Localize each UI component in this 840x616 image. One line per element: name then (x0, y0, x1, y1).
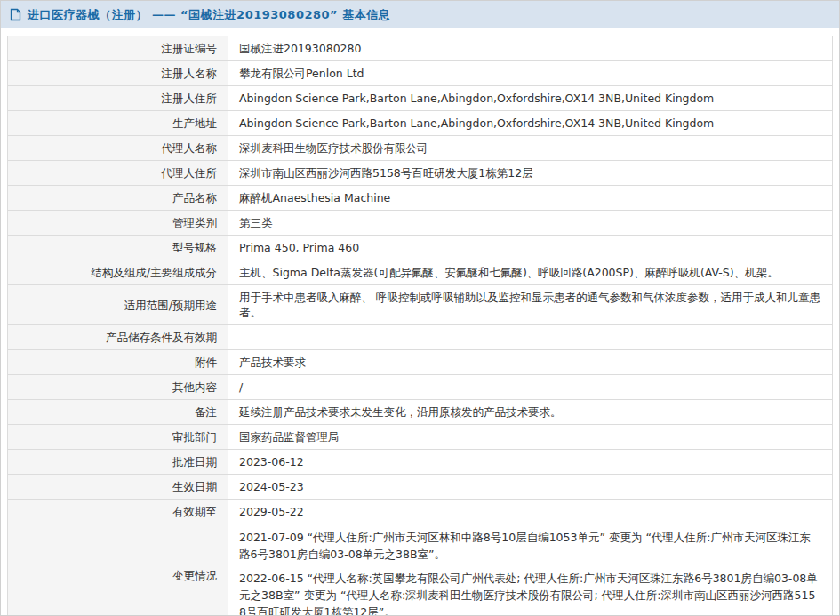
table-row: 附件 产品技术要求 (8, 350, 833, 375)
field-value: 2024-05-23 (228, 475, 833, 500)
field-label: 代理人住所 (8, 161, 228, 186)
page-header: 进口医疗器械（注册） —— “国械注进20193080280” 基本信息 (1, 1, 839, 28)
field-value: 攀龙有限公司Penlon Ltd (228, 61, 833, 86)
field-value: 第三类 (228, 211, 833, 236)
field-label: 生产地址 (8, 111, 228, 136)
field-label: 型号规格 (8, 236, 228, 260)
table-row: 适用范围/预期用途 用于手术中患者吸入麻醉、 呼吸控制或呼吸辅助以及监控和显示患… (8, 285, 833, 325)
table-row: 代理人住所 深圳市南山区西丽沙河西路5158号百旺研发大厦1栋第12层 (8, 161, 833, 186)
field-label: 附件 (8, 350, 228, 375)
table-row: 变更情况 2021-07-09 “代理人住所:广州市天河区林和中路8号10层自编… (8, 524, 833, 616)
field-value: 深圳市南山区西丽沙河西路5158号百旺研发大厦1栋第12层 (228, 161, 833, 186)
field-value (228, 325, 833, 350)
table-row: 批准日期 2023-06-12 (8, 450, 833, 475)
change-record-line: 2022-06-15 “代理人名称:英国攀龙有限公司广州代表处; 代理人住所:广… (239, 570, 821, 616)
field-value: Abingdon Science Park,Barton Lane,Abingd… (228, 111, 833, 136)
field-label: 结构及组成/主要组成成分 (8, 260, 228, 285)
field-value: 国械注进20193080280 (228, 36, 833, 61)
change-record-line: 2021-07-09 “代理人住所:广州市天河区林和中路8号10层自编1053单… (239, 529, 821, 563)
field-value: 产品技术要求 (228, 350, 833, 375)
field-label: 管理类别 (8, 211, 228, 236)
field-label: 变更情况 (8, 524, 228, 616)
table-row: 代理人名称 深圳麦科田生物医疗技术股份有限公司 (8, 136, 833, 161)
field-label: 代理人名称 (8, 136, 228, 161)
info-table: 注册证编号 国械注进20193080280 注册人名称 攀龙有限公司Penlon… (7, 36, 833, 616)
field-label: 产品名称 (8, 186, 228, 211)
field-value: 2029-05-22 (228, 500, 833, 524)
table-row: 审批部门 国家药品监督管理局 (8, 425, 833, 450)
field-label: 备注 (8, 400, 228, 425)
field-label: 注册人名称 (8, 61, 228, 86)
field-label: 其他内容 (8, 375, 228, 400)
field-value: 麻醉机Anaesthesia Machine (228, 186, 833, 211)
table-row: 生产地址 Abingdon Science Park,Barton Lane,A… (8, 111, 833, 136)
table-row: 注册人名称 攀龙有限公司Penlon Ltd (8, 61, 833, 86)
table-row: 备注 延续注册产品技术要求未发生变化，沿用原核发的产品技术要求。 (8, 400, 833, 425)
field-value: Abingdon Science Park,Barton Lane,Abingd… (228, 86, 833, 111)
table-row: 结构及组成/主要组成成分 主机、Sigma Delta蒸发器(可配异氟醚、安氟醚… (8, 260, 833, 285)
field-label: 生效日期 (8, 475, 228, 500)
table-row: 产品名称 麻醉机Anaesthesia Machine (8, 186, 833, 211)
document-icon (10, 8, 21, 21)
table-row: 注册人住所 Abingdon Science Park,Barton Lane,… (8, 86, 833, 111)
field-value: Prima 450, Prima 460 (228, 236, 833, 260)
field-value: 延续注册产品技术要求未发生变化，沿用原核发的产品技术要求。 (228, 400, 833, 425)
field-label: 产品储存条件及有效期 (8, 325, 228, 350)
table-row: 有效期至 2029-05-22 (8, 500, 833, 524)
field-label: 审批部门 (8, 425, 228, 450)
field-label: 批准日期 (8, 450, 228, 475)
table-row: 管理类别 第三类 (8, 211, 833, 236)
field-label: 注册证编号 (8, 36, 228, 61)
info-table-body: 注册证编号 国械注进20193080280 注册人名称 攀龙有限公司Penlon… (8, 36, 833, 616)
page: 进口医疗器械（注册） —— “国械注进20193080280” 基本信息 注册证… (0, 0, 840, 616)
field-value: 深圳麦科田生物医疗技术股份有限公司 (228, 136, 833, 161)
field-label: 有效期至 (8, 500, 228, 524)
page-title: 进口医疗器械（注册） —— “国械注进20193080280” 基本信息 (28, 7, 390, 23)
field-value: 主机、Sigma Delta蒸发器(可配异氟醚、安氟醚和七氟醚)、呼吸回路(A2… (228, 260, 833, 285)
field-value: 2023-06-12 (228, 450, 833, 475)
field-label: 注册人住所 (8, 86, 228, 111)
table-row: 型号规格 Prima 450, Prima 460 (8, 236, 833, 260)
field-value: 国家药品监督管理局 (228, 425, 833, 450)
table-row: 注册证编号 国械注进20193080280 (8, 36, 833, 61)
table-row: 其他内容 / (8, 375, 833, 400)
table-wrapper: 注册证编号 国械注进20193080280 注册人名称 攀龙有限公司Penlon… (1, 28, 839, 616)
table-row: 生效日期 2024-05-23 (8, 475, 833, 500)
field-label: 适用范围/预期用途 (8, 285, 228, 325)
table-row: 产品储存条件及有效期 (8, 325, 833, 350)
field-value: 用于手术中患者吸入麻醉、 呼吸控制或呼吸辅助以及监控和显示患者的通气参数和气体浓… (228, 285, 833, 325)
field-value: / (228, 375, 833, 400)
field-value: 2021-07-09 “代理人住所:广州市天河区林和中路8号10层自编1053单… (228, 524, 833, 616)
